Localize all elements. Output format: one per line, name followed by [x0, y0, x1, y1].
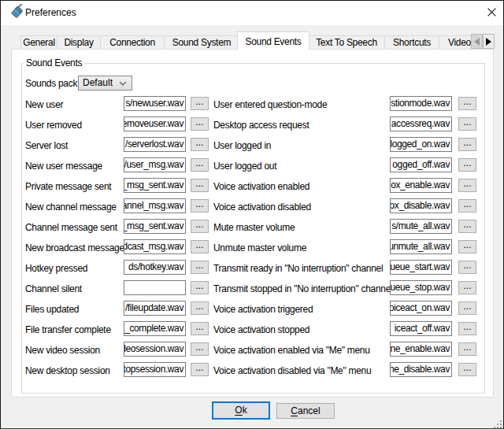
tab-sound-events[interactable]: Sound Events [237, 31, 309, 50]
browse-button[interactable]: ... [191, 179, 209, 192]
sound-file-input[interactable]: ueue_start.wav [390, 260, 452, 275]
browse-button[interactable]: ... [191, 97, 209, 110]
sound-event-row: Channel message sent _msg_sent.wav ... [25, 216, 209, 237]
browse-button[interactable]: ... [458, 138, 476, 151]
tab-connection[interactable]: Connection [100, 35, 165, 49]
browse-button[interactable]: ... [191, 158, 209, 172]
tab-text-to-speech[interactable]: Text To Speech [308, 35, 385, 49]
sound-file-input[interactable]: /serverlost.wav [124, 137, 186, 152]
sound-event-label: Voice activation stopped [213, 324, 309, 335]
sounds-pack-combobox[interactable]: Default [78, 76, 132, 91]
sound-file-input[interactable]: unmute_all.wav [390, 239, 452, 254]
sound-file-input[interactable]: annel_msg.wav [124, 198, 186, 213]
browse-button[interactable]: ... [458, 281, 476, 294]
tab-scroll-left-button[interactable] [471, 34, 483, 49]
sound-file-input[interactable]: /user_msg.wav [124, 157, 186, 172]
browse-button[interactable]: ... [191, 138, 209, 151]
sound-file-input[interactable]: oiceact_on.wav [390, 301, 452, 316]
sound-file-value: /serverlost.wav [125, 138, 183, 151]
sound-file-value: s/mute_all.wav [391, 220, 450, 233]
browse-button[interactable]: ... [458, 117, 476, 131]
preferences-window: Preferences General Display Connection S… [0, 0, 504, 429]
sound-file-input[interactable]: stionmode.wav [390, 96, 452, 111]
sound-file-input[interactable]: emoveuser.wav [124, 116, 186, 131]
sound-file-input[interactable]: _msg_sent.wav [124, 219, 186, 234]
browse-button[interactable]: ... [191, 322, 209, 335]
browse-button[interactable]: ... [458, 158, 476, 172]
sound-file-value: ueue_stop.wav [390, 281, 450, 294]
sound-file-input[interactable]: /fileupdate.wav [124, 301, 186, 316]
sound-event-label: Private message sent [25, 181, 111, 192]
tab-display[interactable]: Display [57, 35, 101, 49]
sound-event-label: Transmit ready in "No interruption" chan… [213, 263, 383, 274]
sound-event-row: New desktop session topsession.wav ... [25, 360, 209, 380]
browse-button[interactable]: ... [458, 322, 476, 335]
browse-button[interactable]: ... [191, 220, 209, 233]
tab-shortcuts[interactable]: Shortcuts [384, 35, 439, 49]
sound-event-row: New broadcast message dcast_msg.wav ... [25, 237, 209, 257]
tab-general[interactable]: General [20, 35, 57, 49]
browse-button[interactable]: ... [458, 261, 476, 274]
sound-file-input[interactable]: ds/hotkey.wav [124, 260, 186, 275]
browse-button[interactable]: ... [458, 97, 476, 110]
sound-event-label: Voice activation disabled [213, 202, 311, 213]
sound-file-value: ox_disable.wav [390, 199, 450, 213]
cancel-button-mnemonic: C [291, 405, 298, 416]
sound-file-input[interactable]: iceact_off.wav [390, 321, 452, 336]
close-icon [487, 8, 496, 17]
sound-file-input[interactable]: ueue_stop.wav [390, 280, 452, 295]
browse-button[interactable]: ... [458, 220, 476, 233]
sound-file-input[interactable]: ox_enable.wav [390, 178, 452, 193]
tab-sound-system[interactable]: Sound System [164, 35, 239, 49]
browse-button[interactable]: ... [191, 261, 209, 274]
sound-file-value: ds/hotkey.wav [128, 261, 183, 274]
sound-file-input[interactable] [124, 280, 186, 295]
sound-file-input[interactable]: ox_disable.wav [390, 198, 452, 213]
sound-file-input[interactable]: _msg_sent.wav [124, 178, 186, 193]
browse-button[interactable]: ... [458, 301, 476, 315]
sound-file-input[interactable]: dcast_msg.wav [124, 239, 186, 254]
sound-file-input[interactable]: _complete.wav [124, 321, 186, 336]
browse-button[interactable]: ... [191, 301, 209, 315]
sound-event-label: File transfer complete [25, 324, 111, 335]
sound-event-row: New user s/newuser.wav ... [25, 94, 209, 114]
browse-button[interactable]: ... [458, 179, 476, 192]
cancel-button-label: ancel [298, 405, 321, 416]
resize-grip[interactable] [493, 420, 502, 429]
sound-event-label: User removed [25, 120, 82, 131]
browse-button[interactable]: ... [191, 199, 209, 213]
close-button[interactable] [478, 1, 504, 24]
browse-button[interactable]: ... [458, 363, 476, 376]
sound-file-input[interactable]: ne_enable.wav [390, 342, 452, 357]
sound-event-label: Desktop access request [213, 120, 309, 131]
sound-file-value: _complete.wav [124, 322, 183, 335]
sound-file-input[interactable]: accessreq.wav [390, 116, 452, 131]
browse-button[interactable]: ... [458, 342, 476, 356]
browse-button[interactable]: ... [191, 342, 209, 356]
sound-file-input[interactable]: topsession.wav [124, 362, 186, 377]
sound-file-input[interactable]: s/mute_all.wav [390, 219, 452, 234]
cancel-button[interactable]: Cancel [276, 403, 335, 419]
sound-file-input[interactable]: deosession.wav [124, 342, 186, 357]
browse-button[interactable]: ... [191, 240, 209, 253]
sound-event-row: User entered question-mode stionmode.wav… [213, 94, 476, 114]
sound-event-row: Private message sent _msg_sent.wav ... [25, 176, 209, 196]
sound-event-row: File transfer complete _complete.wav ... [25, 319, 209, 339]
sound-event-row: Mute master volume s/mute_all.wav ... [213, 216, 476, 237]
sound-file-input[interactable]: logged_on.wav [390, 137, 452, 152]
tab-scroll-right-button[interactable] [483, 34, 495, 49]
browse-button[interactable]: ... [191, 117, 209, 131]
sound-file-value: /fileupdate.wav [125, 301, 183, 315]
sound-file-input[interactable]: ne_disable.wav [390, 362, 452, 377]
browse-button[interactable]: ... [458, 240, 476, 253]
sound-file-input[interactable]: s/newuser.wav [124, 96, 186, 111]
sound-file-value: annel_msg.wav [124, 199, 183, 213]
browse-button[interactable]: ... [191, 363, 209, 376]
sound-file-input[interactable]: ogged_off.wav [390, 157, 452, 172]
window-title: Preferences [25, 1, 76, 25]
ok-button[interactable]: Ok [212, 401, 270, 420]
sound-file-value: oiceact_on.wav [390, 301, 450, 315]
browse-button[interactable]: ... [458, 199, 476, 213]
sounds-pack-label: Sounds pack [25, 78, 77, 89]
browse-button[interactable]: ... [191, 281, 209, 294]
